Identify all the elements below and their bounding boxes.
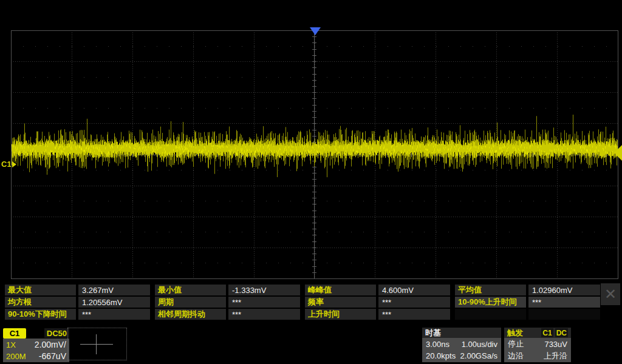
measurement-value: *** <box>528 297 600 308</box>
measurement-min: 最小值 -1.333mV <box>155 285 300 295</box>
measurement-period: 周期 *** <box>155 297 300 308</box>
measurement-value: *** <box>228 297 300 308</box>
measurement-value: *** <box>78 309 150 320</box>
timebase-scale: 1.00us/div <box>462 340 497 349</box>
measurement-pkpk: 峰峰值 4.600mV <box>305 285 450 295</box>
timebase-title: 时基 <box>425 328 441 339</box>
trigger-level-icon[interactable] <box>614 145 622 161</box>
measurement-max: 最大值 3.267mV <box>5 285 150 295</box>
trigger-type: 边沿 <box>508 351 524 362</box>
timebase-delay: 3.00ns <box>426 340 449 349</box>
measurement-label: 上升时间 <box>305 309 376 320</box>
measurement-empty-slot <box>455 309 600 320</box>
channel1-scale: 2.00mV/ <box>35 340 66 349</box>
channel1-offset: -667uV <box>39 351 66 361</box>
measurement-label: 最大值 <box>5 285 76 295</box>
measurement-row: 最大值 3.267mV 最小值 -1.333mV 峰峰值 4.600mV 平均值… <box>5 285 605 295</box>
measurement-frequency: 频率 *** <box>305 297 450 308</box>
channel1-header: C1 DC50 <box>3 328 69 339</box>
measurement-table: 最大值 3.267mV 最小值 -1.333mV 峰峰值 4.600mV 平均值… <box>5 285 605 320</box>
measurement-value: *** <box>378 309 450 320</box>
measurement-label: 最小值 <box>155 285 226 295</box>
channel1-info-box[interactable]: C1 DC50 1X 2.00mV/ 200M -667uV <box>3 328 69 362</box>
timebase-header: 时基 <box>422 328 501 338</box>
trigger-header: 触发 C1 DC <box>504 328 571 338</box>
channel1-zero-marker[interactable]: C1 <box>1 160 16 169</box>
measurement-mean: 平均值 1.02960mV <box>455 285 600 295</box>
measurement-risetime: 上升时间 *** <box>305 309 450 320</box>
trigger-source-badge: C1 <box>541 328 553 337</box>
measurement-rise-10-90: 10-90%上升时间 *** <box>455 297 600 308</box>
measurement-label: 周期 <box>155 297 226 308</box>
trigger-coupling-badge: DC <box>555 328 568 337</box>
measurement-rms: 均方根 1.20556mV <box>5 297 150 308</box>
channel1-attenuation: 1X <box>6 340 16 349</box>
trigger-box[interactable]: 触发 C1 DC 停止 733uV 边沿 上升沿 <box>504 328 571 362</box>
measurement-label: 10-90%上升时间 <box>455 297 526 308</box>
waveform-display[interactable] <box>0 0 622 284</box>
trigger-title: 触发 <box>507 328 523 339</box>
measurement-row: 均方根 1.20556mV 周期 *** 频率 *** 10-90%上升时间 *… <box>5 297 605 308</box>
measurement-value: 3.267mV <box>78 285 150 295</box>
measurement-row: 90-10%下降时间 *** 相邻周期抖动 *** 上升时间 *** <box>5 309 605 320</box>
measurement-cycle-jitter: 相邻周期抖动 *** <box>155 309 300 320</box>
crosshair-icon <box>96 334 97 354</box>
crosshair-icon <box>80 344 113 345</box>
measurement-value: -1.333mV <box>228 285 300 295</box>
measurement-label: 峰峰值 <box>305 285 376 295</box>
trigger-position-icon[interactable] <box>310 27 321 35</box>
add-channel-slot[interactable] <box>67 328 127 360</box>
timebase-box[interactable]: 时基 3.00ns 1.00us/div 20.0kpts 2.00GSa/s <box>422 328 501 362</box>
channel1-details: 1X 2.00mV/ 200M -667uV <box>3 339 69 362</box>
measurement-value: 1.20556mV <box>78 297 150 308</box>
trigger-status: 停止 <box>508 339 524 349</box>
measurement-value: *** <box>228 309 300 320</box>
channel1-coupling: DC50 <box>44 328 69 338</box>
measurement-value: 4.600mV <box>378 285 450 295</box>
measurement-label: 90-10%下降时间 <box>5 309 76 320</box>
measurement-label: 频率 <box>305 297 376 308</box>
measurement-label: 均方根 <box>5 297 76 308</box>
channel1-badge[interactable]: C1 <box>3 328 26 339</box>
timebase-sample-rate: 2.00GSa/s <box>460 351 497 360</box>
measurement-label: 平均值 <box>455 285 526 295</box>
trigger-level: 733uV <box>544 340 567 349</box>
measurement-value: *** <box>378 297 450 308</box>
timebase-memory: 20.0kpts <box>426 351 456 360</box>
measurement-label: 相邻周期抖动 <box>155 309 226 320</box>
channel1-zero-label: C1 <box>1 160 12 169</box>
measurement-fall-90-10: 90-10%下降时间 *** <box>5 309 150 320</box>
close-icon[interactable]: ✕ <box>601 283 620 305</box>
measurement-value: 1.02960mV <box>528 285 600 295</box>
trigger-slope: 上升沿 <box>544 351 567 362</box>
channel1-bandwidth: 200M <box>6 352 26 361</box>
right-arrow-icon <box>12 161 16 167</box>
